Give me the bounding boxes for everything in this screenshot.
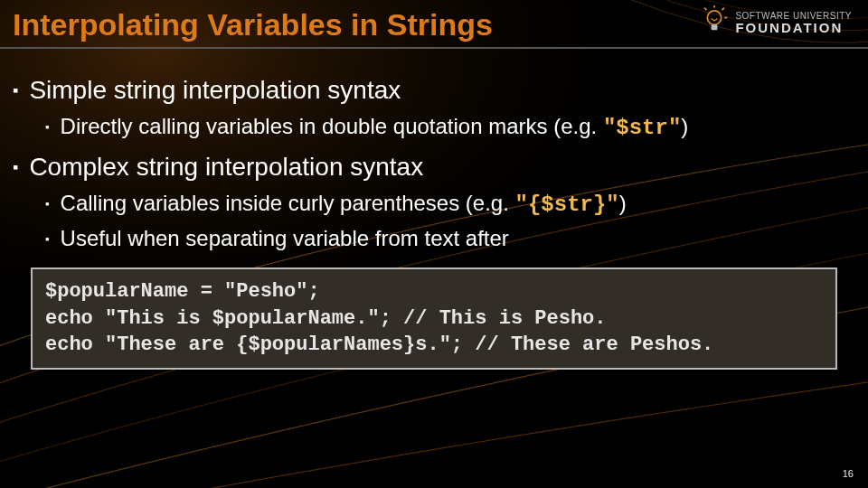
code-line-3: echo "These are {$popularNames}s."; // T…: [45, 333, 713, 356]
square-bullet-icon: ▪: [45, 120, 50, 134]
square-bullet-icon: ▪: [45, 232, 50, 246]
slide-title: Interpolating Variables in Strings: [13, 7, 493, 42]
svg-rect-6: [712, 24, 718, 30]
square-bullet-icon: ▪: [13, 81, 18, 100]
bullet-complex-text: Complex string interpolation syntax: [29, 153, 423, 182]
bullet-complex-sub2-text: Useful when separating variable from tex…: [61, 226, 509, 251]
bullet-complex: ▪ Complex string interpolation syntax: [13, 153, 855, 182]
slide-content: ▪ Simple string interpolation syntax ▪ D…: [13, 63, 855, 370]
title-underline: [0, 47, 868, 49]
logo-line2: FOUNDATION: [735, 21, 852, 34]
svg-line-3: [722, 8, 725, 11]
bullet-complex-sub2: ▪ Useful when separating variable from t…: [45, 226, 855, 251]
logo-line1: SOFTWARE UNIVERSITY: [735, 12, 852, 21]
bullet-complex-sub1: ▪ Calling variables inside curly parenth…: [45, 191, 855, 217]
code-inline-complex: "{$str}": [515, 192, 619, 217]
bullet-complex-sub1-text: Calling variables inside curly parenthes…: [61, 191, 627, 217]
bullet-simple-text: Simple string interpolation syntax: [29, 76, 401, 105]
page-number: 16: [843, 468, 854, 479]
bullet-simple-sub-text: Directly calling variables in double quo…: [61, 114, 689, 140]
code-line-2: echo "This is $popularName."; // This is…: [45, 307, 607, 330]
brand-logo: SOFTWARE UNIVERSITY FOUNDATION: [699, 5, 852, 40]
square-bullet-icon: ▪: [13, 158, 18, 177]
bullet-simple-sub: ▪ Directly calling variables in double q…: [45, 114, 855, 140]
svg-line-4: [704, 8, 707, 11]
svg-point-1: [708, 11, 722, 24]
bullet-simple: ▪ Simple string interpolation syntax: [13, 76, 855, 105]
code-line-1: $popularName = "Pesho";: [45, 280, 320, 303]
lightbulb-icon: [699, 5, 730, 40]
code-example-box: $popularName = "Pesho"; echo "This is $p…: [31, 267, 837, 370]
code-inline-simple: "$str": [603, 116, 681, 140]
square-bullet-icon: ▪: [45, 197, 50, 211]
